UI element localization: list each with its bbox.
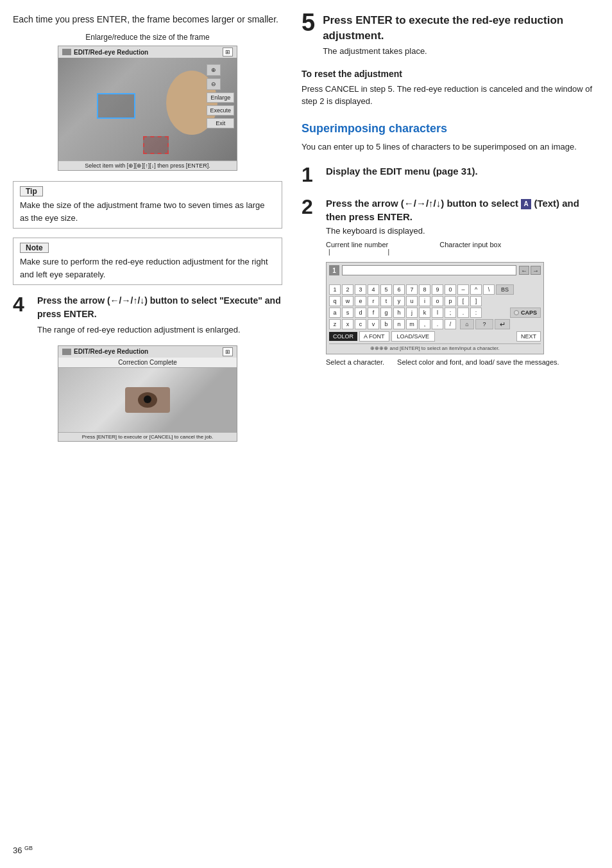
key-bracket-close[interactable]: ] [470,296,482,306]
kb-arrow-left[interactable]: ← [519,266,529,275]
kb-row3: a s d f g h j k l ; . : [329,308,541,318]
step4-title: Press the arrow (←/→/↑/↓) button to sele… [37,294,282,321]
key-x[interactable]: x [342,319,353,329]
page-suffix: GB [24,845,33,851]
right-step2-number: 2 [302,196,318,217]
key-s[interactable]: s [342,308,353,318]
tip-box: Tip Make the size of the adjustment fram… [13,181,282,229]
kb-input-field[interactable] [342,265,516,275]
loadsave-button[interactable]: LOAD/SAVE [391,331,435,342]
key-p[interactable]: p [445,296,456,306]
caps-label: CAPS [521,309,537,316]
screen1-body: ⊕ ⊖ Enlarge Execute Exit [58,58,237,161]
kb-bs-key[interactable]: BS [496,284,514,295]
execute-button[interactable]: Execute [207,105,234,116]
key-k[interactable]: k [419,308,430,318]
key-0[interactable]: 0 [445,284,456,295]
key-5[interactable]: 5 [380,284,392,295]
key-9[interactable]: 9 [432,284,443,295]
key-o[interactable]: o [432,296,443,306]
step4-desc: The range of red-eye reduction adjustmen… [37,324,282,336]
page-footer: 36 GB [13,845,33,855]
key-q[interactable]: q [329,296,341,306]
key-n[interactable]: n [393,319,405,329]
right-column: 5 Press ENTER to execute the red-eye red… [302,13,599,442]
key-dot[interactable]: . [432,319,443,329]
kb-row4: z x c v b n m , . / ⌂ [329,319,541,329]
line-bracket-right: | [369,248,390,256]
key-y[interactable]: y [393,296,405,306]
caps-button[interactable]: CAPS [510,308,541,318]
screen2-header: EDIT/Red-eye Reduction ⊞ [58,346,237,358]
next-button[interactable]: NEXT [516,331,541,342]
key-comma[interactable]: , [419,319,430,329]
key-3[interactable]: 3 [355,284,366,295]
zoom-out-icon[interactable]: ⊖ [207,78,221,90]
key-backslash[interactable]: \ [483,284,495,295]
annotation-lines: | | [326,248,599,256]
key-m[interactable]: m [406,319,418,329]
key-period[interactable]: . [457,308,469,318]
screen1-caption: Enlarge/reduce the size of the frame [13,33,282,42]
superimpose-heading: Superimposing characters [302,122,599,135]
key-b[interactable]: b [380,319,392,329]
screen1-header-icon: ⊞ [223,48,233,56]
step4-number: 4 [13,294,31,315]
enlarge-button[interactable]: Enlarge [207,92,234,103]
step4-content: Press the arrow (←/→/↑/↓) button to sele… [37,294,282,336]
key-6[interactable]: 6 [393,284,405,295]
enter-button[interactable]: ↵ [495,319,510,329]
key-v[interactable]: v [368,319,379,329]
correction-label: Correction Complete [58,358,237,368]
right-step2: 2 Press the arrow (←/→/↑/↓) button to se… [302,196,599,366]
key-8[interactable]: 8 [419,284,430,295]
exit-button[interactable]: Exit [207,118,234,128]
key-g[interactable]: g [380,308,392,318]
key-space-icon[interactable]: ⌂ [460,319,474,329]
key-7[interactable]: 7 [406,284,418,295]
eye-photo [58,368,237,432]
kb-bottom-annotations: Select a character. Select color and fon… [326,358,599,366]
key-d[interactable]: d [355,308,366,318]
key-slash[interactable]: / [445,319,456,329]
key-c[interactable]: c [355,319,366,329]
note-box: Note Make sure to perform the red-eye re… [13,238,282,285]
key-dash[interactable]: – [457,284,469,295]
color-button[interactable]: COLOR [329,332,357,341]
edit-icon [62,49,71,55]
key-caret[interactable]: ^ [470,284,482,295]
key-e[interactable]: e [355,296,366,306]
kb-arrow-right[interactable]: → [531,266,541,275]
reset-section: To reset the adjustment Press CANCEL in … [302,69,599,108]
annotation-color-font: Select color and font, and load/ save th… [397,358,559,366]
key-4[interactable]: 4 [368,284,379,295]
font-button[interactable]: A FONT [359,331,389,342]
note-label: Note [20,243,49,253]
tip-text: Make the size of the adjustment frame tw… [20,199,275,224]
key-u[interactable]: u [406,296,418,306]
key-bracket-open[interactable]: [ [457,296,469,306]
kb-line-number: 1 [329,265,339,275]
key-h[interactable]: h [393,308,405,318]
key-semicolon[interactable]: ; [445,308,456,318]
key-j[interactable]: j [406,308,418,318]
key-z[interactable]: z [329,319,341,329]
kb-footer: ⊕⊕⊕⊕ and [ENTER] to select an item/input… [329,343,541,351]
kb-arrows: ← → [519,266,541,275]
key-t[interactable]: t [380,296,392,306]
key-colon[interactable]: : [470,308,482,318]
key-2[interactable]: 2 [342,284,353,295]
screen2-header-left: EDIT/Red-eye Reduction [62,348,148,355]
key-f[interactable]: f [368,308,379,318]
screen1-footer: Select item with [⊕][⊕][↑][↓] then press… [58,161,237,170]
key-1[interactable]: 1 [329,284,341,295]
key-a[interactable]: a [329,308,341,318]
key-w[interactable]: w [342,296,353,306]
key-l[interactable]: l [432,308,443,318]
right-step2-content: Press the arrow (←/→/↑/↓) button to sele… [326,196,599,366]
kb-row2: q w e r t y u i o p [ ] [329,296,541,306]
key-question[interactable]: ? [475,319,493,329]
zoom-in-icon[interactable]: ⊕ [207,64,221,76]
key-r[interactable]: r [368,296,379,306]
key-i[interactable]: i [419,296,430,306]
